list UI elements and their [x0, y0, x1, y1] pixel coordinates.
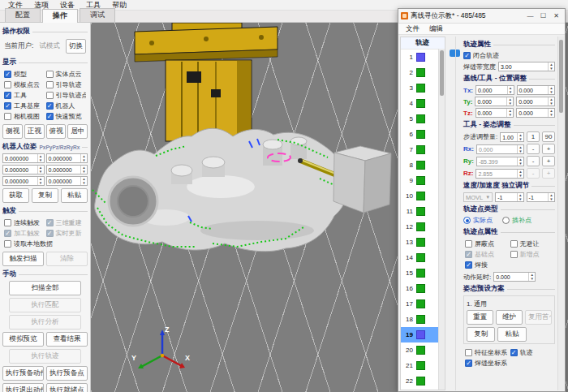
rx-minus-button[interactable]: -: [527, 144, 540, 154]
point-attr-checkbox-2[interactable]: ✓基础点: [465, 250, 509, 259]
manual-button-6-0[interactable]: 执行退出动作: [2, 383, 44, 392]
point-attr-checkbox-4[interactable]: ✓焊接: [465, 261, 553, 269]
trajectory-square[interactable]: [416, 222, 425, 231]
preset-button-r2-0[interactable]: 复制: [467, 327, 495, 342]
manual-button-5-1[interactable]: 执行预备点: [46, 366, 88, 381]
trajectory-list-header[interactable]: 轨迹: [401, 37, 445, 50]
spin-down-icon[interactable]: ▼: [507, 113, 513, 117]
trajectory-square[interactable]: [416, 161, 425, 170]
seam-width-spin[interactable]: 3.00▲▼: [498, 62, 555, 71]
preset-button-r1-1[interactable]: 维护: [496, 310, 523, 325]
ry-plus-button[interactable]: +: [542, 156, 555, 166]
teach-menu-item-0[interactable]: 文件: [402, 24, 424, 34]
tab-2[interactable]: 调试: [80, 8, 115, 22]
rx-spin[interactable]: 0.000▲▼: [476, 144, 524, 154]
point-attr-checkbox-0[interactable]: 屏蔽点: [465, 239, 509, 248]
spin-down-icon[interactable]: ▼: [549, 67, 554, 71]
minimize-icon[interactable]: —: [524, 12, 536, 19]
speed-spin-2[interactable]: -1▲▼: [527, 192, 555, 202]
step-adjust-spin[interactable]: 1.00▲▼: [500, 132, 524, 142]
trigger-checkbox-4[interactable]: 读取本地数据: [4, 239, 86, 248]
pose-spin-0[interactable]: 0.000000▲▼: [2, 153, 45, 163]
spin-down-icon[interactable]: ▼: [508, 90, 514, 94]
manual-button-6-1[interactable]: 执行就绪点: [46, 383, 88, 392]
display-checkbox-1[interactable]: 实体点云: [46, 70, 87, 79]
view-button-3[interactable]: 居中: [67, 124, 88, 139]
ty-spin-2[interactable]: 0.000▲▼: [516, 97, 555, 106]
trajectory-square[interactable]: [416, 68, 425, 77]
pose-button-2[interactable]: 粘贴: [61, 188, 88, 203]
spin-down-icon[interactable]: ▼: [38, 181, 44, 185]
pose-spin-5[interactable]: 0.000000▲▼: [46, 176, 88, 186]
view-button-1[interactable]: 正视: [24, 124, 45, 139]
spin-down-icon[interactable]: ▼: [518, 162, 523, 166]
close-icon[interactable]: ✕: [550, 12, 562, 19]
point-attr-checkbox-1[interactable]: 无避让: [510, 239, 554, 248]
move-type-dropdown[interactable]: MOVL▼: [463, 192, 493, 202]
manual-button-0-0[interactable]: 扫描全部: [9, 281, 81, 295]
trajectory-square[interactable]: [416, 99, 425, 108]
trigger-checkbox-3[interactable]: ✓实时更新: [46, 229, 87, 238]
spin-down-icon[interactable]: ▼: [81, 158, 87, 162]
ry-spin[interactable]: -85.399▲▼: [476, 157, 524, 166]
display-checkbox-5[interactable]: 引导轨迹点: [46, 91, 87, 100]
preset-button-r2-1[interactable]: 粘贴: [497, 327, 526, 342]
quick-step-button-0[interactable]: 1: [527, 131, 540, 142]
trajectory-square[interactable]: [416, 269, 425, 278]
ry-minus-button[interactable]: -: [527, 156, 540, 166]
pose-spin-2[interactable]: 0.000000▲▼: [2, 165, 45, 174]
spin-down-icon[interactable]: ▼: [518, 137, 523, 141]
pose-button-1[interactable]: 复制: [32, 188, 58, 203]
manual-button-3-0[interactable]: 模拟预览: [2, 332, 44, 347]
speed-spin-1[interactable]: -1▲▼: [495, 192, 523, 202]
action-delay-spin[interactable]: 0.000▲▼: [493, 272, 536, 282]
pose-spin-4[interactable]: 0.000000▲▼: [2, 176, 45, 186]
calibration-cube[interactable]: [333, 146, 391, 213]
trigger-checkbox-1[interactable]: ✓三维重建: [46, 218, 87, 227]
tab-1[interactable]: 操作: [42, 9, 78, 23]
spin-down-icon[interactable]: ▼: [549, 113, 554, 117]
trajectory-square[interactable]: [416, 53, 425, 62]
coord-checkbox-2[interactable]: ✓焊缝坐标系: [465, 359, 509, 368]
manual-button-5-0[interactable]: 执行预备动作: [2, 366, 44, 381]
display-checkbox-4[interactable]: ✓工具: [4, 91, 45, 100]
point-attr-checkbox-3[interactable]: 新增点: [510, 250, 554, 259]
coord-checkbox-1[interactable]: ✓轨迹: [510, 348, 554, 357]
rz-spin[interactable]: 2.855▲▼: [475, 169, 524, 179]
view-button-2[interactable]: 俯视: [46, 124, 67, 139]
preset-button-r1-0[interactable]: 重置: [467, 310, 493, 325]
trajectory-square[interactable]: [416, 330, 425, 339]
spin-down-icon[interactable]: ▼: [518, 174, 523, 178]
tx-spin-2[interactable]: 0.000▲▼: [517, 85, 556, 95]
spin-down-icon[interactable]: ▼: [518, 197, 523, 201]
spin-down-icon[interactable]: ▼: [507, 101, 513, 106]
trajectory-square[interactable]: [416, 315, 425, 324]
trajectory-square[interactable]: [416, 377, 425, 386]
workpiece-model[interactable]: [95, 128, 349, 252]
tx-spin-1[interactable]: 0.000▲▼: [475, 85, 514, 95]
switch-user-button[interactable]: 切换: [66, 39, 86, 54]
trajectory-square[interactable]: [416, 346, 425, 355]
display-checkbox-9[interactable]: ✓快速预览: [46, 112, 87, 121]
pose-spin-3[interactable]: 0.000000▲▼: [46, 165, 88, 174]
trigger-checkbox-0[interactable]: 连续触发: [4, 218, 45, 227]
trajectory-square[interactable]: [416, 192, 425, 200]
properties-scrollbar[interactable]: [557, 37, 564, 390]
teach-titlebar[interactable]: 离线寻位示教* - 485/485 — ☐ ✕: [398, 9, 565, 24]
trigger-checkbox-2[interactable]: ✓加工触发: [4, 229, 45, 238]
display-checkbox-8[interactable]: 相机视图: [4, 112, 45, 121]
manual-button-3-1[interactable]: 查看结果: [46, 332, 88, 347]
display-checkbox-6[interactable]: ✓工具基座: [4, 101, 45, 110]
display-checkbox-3[interactable]: 引导轨迹: [46, 80, 87, 89]
ty-spin-1[interactable]: 0.000▲▼: [475, 97, 514, 106]
point-type-option-0[interactable]: 实际点: [463, 216, 493, 225]
trajectory-square[interactable]: [416, 176, 425, 185]
point-type-option-1[interactable]: 插补点: [502, 216, 531, 225]
trajectory-list-scrollbar[interactable]: [438, 49, 445, 390]
spin-down-icon[interactable]: ▼: [549, 90, 554, 94]
spin-down-icon[interactable]: ▼: [549, 197, 554, 201]
rx-plus-button[interactable]: +: [542, 144, 555, 154]
pose-spin-1[interactable]: 0.000000▲▼: [46, 153, 88, 163]
trajectory-square[interactable]: [416, 253, 425, 262]
display-checkbox-7[interactable]: ✓机器人: [46, 101, 87, 110]
